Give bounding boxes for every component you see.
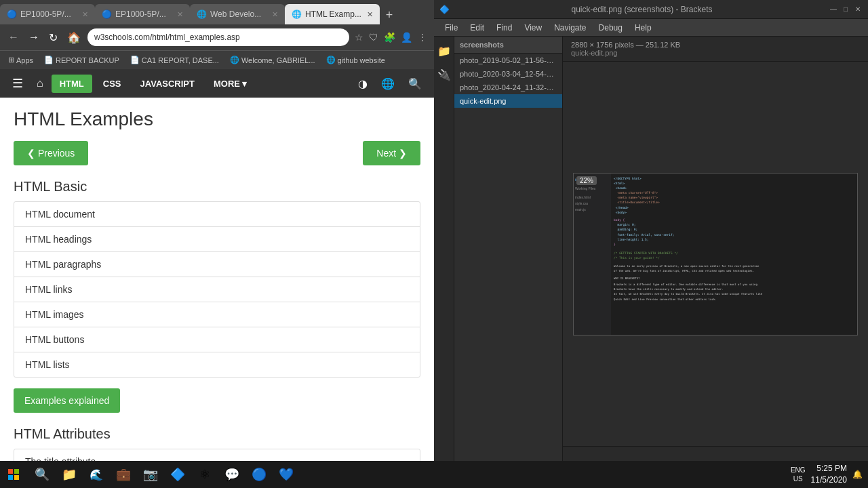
list-item-paragraphs[interactable]: HTML paragraphs	[14, 252, 420, 277]
browser-chrome: 🔵 EP1000-5P/... ✕ 🔵 EP1000-5P/... ✕ 🌐 We…	[0, 0, 434, 69]
taskbar-vscode[interactable]: 💙	[274, 462, 298, 487]
brackets-sidebar: 📁 🔌	[434, 37, 454, 461]
search-icon[interactable]: 🔍	[403, 75, 427, 93]
nav-right-icons: ◑ 🌐 🔍	[353, 75, 427, 93]
tab-favicon-4: 🌐	[292, 9, 301, 19]
nav-javascript[interactable]: JAVASCRIPT	[132, 75, 203, 93]
bookmark-github[interactable]: 🌐 github website	[323, 54, 388, 66]
start-button[interactable]	[0, 461, 27, 488]
menu-file[interactable]: File	[439, 21, 463, 35]
tab-close-3[interactable]: ✕	[272, 10, 278, 19]
taskbar-atom[interactable]: ⚛	[193, 462, 217, 487]
previous-button[interactable]: ❮ Previous	[14, 141, 88, 165]
notification-icon[interactable]: 🔔	[852, 470, 863, 479]
next-button[interactable]: Next ❯	[363, 141, 420, 165]
back-button[interactable]: ←	[5, 30, 22, 45]
menu-edit[interactable]: Edit	[465, 21, 490, 35]
w3schools-topnav: ☰ ⌂ HTML CSS JAVASCRIPT MORE ▾ ◑ 🌐 🔍	[0, 69, 434, 98]
bookmark-report[interactable]: 📄 REPORT BACKUP	[41, 54, 122, 66]
w3schools-body: HTML Examples ❮ Previous Next ❯ HTML Bas…	[0, 98, 434, 461]
taskbar-search[interactable]: 🔍	[30, 462, 54, 487]
list-item-title-attr[interactable]: The title attribute	[14, 449, 420, 461]
tab-label-3: Web Develo...	[210, 9, 261, 19]
taskbar-time-display: 5:25 PM	[811, 463, 847, 474]
browser-tab-4[interactable]: 🌐 HTML Examp... ✕	[285, 4, 380, 24]
browser-tab-3[interactable]: 🌐 Web Develo... ✕	[190, 4, 285, 24]
taskbar-brackets[interactable]: 🔷	[165, 462, 190, 487]
taskbar-teams[interactable]: 💼	[111, 462, 136, 487]
page-nav-buttons: ❮ Previous Next ❯	[14, 141, 420, 165]
minimize-button[interactable]: —	[829, 5, 838, 14]
list-item-headings[interactable]: HTML headings	[14, 227, 420, 252]
file-tree-icon[interactable]: 📁	[435, 42, 454, 60]
tab-close-1[interactable]: ✕	[82, 10, 88, 19]
examples-explained-button[interactable]: Examples explained	[14, 388, 120, 413]
bookmark-star-icon[interactable]: ☆	[353, 30, 365, 44]
brackets-body: 📁 🔌 screenshots photo_2019-05-02_11-56-1…	[434, 37, 868, 461]
nav-css[interactable]: CSS	[95, 75, 130, 93]
tab-favicon-3: 🌐	[197, 9, 206, 19]
address-bar[interactable]	[87, 28, 349, 46]
tab-close-4[interactable]: ✕	[367, 10, 373, 19]
browser-tab-2[interactable]: 🔵 EP1000-5P/... ✕	[95, 4, 190, 24]
forward-button[interactable]: →	[26, 30, 42, 45]
page-title: HTML Examples	[14, 108, 420, 130]
tab-close-2[interactable]: ✕	[177, 10, 183, 19]
menu-find[interactable]: Find	[491, 21, 517, 35]
new-tab-button[interactable]: +	[380, 5, 399, 24]
taskbar-skype[interactable]: 💬	[220, 462, 244, 487]
taskbar-edge[interactable]: 🌊	[84, 462, 108, 487]
list-item-lists[interactable]: HTML lists	[14, 352, 420, 377]
refresh-button[interactable]: ↻	[46, 30, 60, 45]
extensions-icon[interactable]: 🔌	[435, 66, 454, 84]
menu-navigate[interactable]: Navigate	[549, 21, 591, 35]
menu-view[interactable]: View	[519, 21, 547, 35]
bookmark-welcome[interactable]: 🌐 Welcome, GABRIEL...	[227, 54, 318, 66]
list-item-buttons[interactable]: HTML buttons	[14, 327, 420, 352]
taskbar-camera[interactable]: 📷	[138, 462, 163, 487]
brackets-statusbar	[563, 446, 868, 461]
browser-addressbar: ← → ↻ 🏠 ☆ 🛡 🧩 👤 ⋮	[0, 24, 434, 50]
nav-html[interactable]: HTML	[52, 75, 92, 93]
tab-favicon-2: 🔵	[102, 9, 111, 19]
theme-toggle-icon[interactable]: ◑	[353, 75, 373, 93]
shield-icon[interactable]: 🛡	[368, 30, 380, 44]
file-item-4[interactable]: quick-edit.png	[454, 94, 562, 108]
taskbar-chrome[interactable]: 🔵	[247, 462, 271, 487]
nav-more[interactable]: MORE ▾	[205, 75, 255, 93]
close-window-button[interactable]: ✕	[853, 5, 863, 14]
bookmark-apps[interactable]: ⊞ Apps	[5, 54, 36, 66]
translate-icon[interactable]: 🌐	[376, 75, 400, 93]
html-basic-list: HTML document HTML headings HTML paragra…	[14, 201, 420, 378]
taskbar-locale: ENGUS	[791, 466, 806, 483]
home-nav-icon[interactable]: ⌂	[31, 75, 49, 92]
menu-icon[interactable]: ⋮	[416, 30, 429, 44]
bookmark-ca1[interactable]: 📄 CA1 REPORT, DASE...	[127, 54, 222, 66]
brackets-menubar: File Edit Find View Navigate Debug Help	[434, 19, 868, 37]
browser-tab-1[interactable]: 🔵 EP1000-5P/... ✕	[0, 4, 95, 24]
zoom-level-badge: 22%	[576, 176, 597, 185]
brackets-titlebar: 🔷 quick-edit.png (screenshots) - Bracket…	[434, 0, 868, 19]
taskbar-clock: 5:25 PM 11/5/2020	[811, 463, 847, 486]
section-html-attributes-title: HTML Attributes	[14, 426, 420, 442]
list-item-document[interactable]: HTML document	[14, 202, 420, 227]
preview-image: index.html Working Files index.html styl…	[574, 174, 857, 335]
list-item-links[interactable]: HTML links	[14, 277, 420, 302]
profile-icon[interactable]: 👤	[399, 30, 414, 44]
menu-debug[interactable]: Debug	[593, 21, 628, 35]
file-item-1[interactable]: photo_2019-05-02_11-56-17.jpg	[454, 54, 562, 67]
hamburger-icon[interactable]: ☰	[7, 73, 28, 94]
section-html-basic-title: HTML Basic	[14, 179, 420, 195]
menu-help[interactable]: Help	[629, 21, 657, 35]
list-item-images[interactable]: HTML images	[14, 302, 420, 327]
image-filename: quick-edit.png	[571, 49, 860, 57]
window-controls: — □ ✕	[829, 5, 863, 14]
home-button[interactable]: 🏠	[64, 30, 83, 45]
file-item-3[interactable]: photo_2020-04-24_11-32-55.jpg	[454, 81, 562, 94]
extension-icon[interactable]: 🧩	[382, 30, 397, 44]
maximize-button[interactable]: □	[841, 5, 850, 14]
taskbar-file-explorer[interactable]: 📁	[57, 462, 81, 487]
file-item-2[interactable]: photo_2020-03-04_12-54-59.jpg	[454, 67, 562, 81]
tab-label-2: EP1000-5P/...	[115, 9, 166, 19]
svg-rect-3	[14, 475, 19, 480]
